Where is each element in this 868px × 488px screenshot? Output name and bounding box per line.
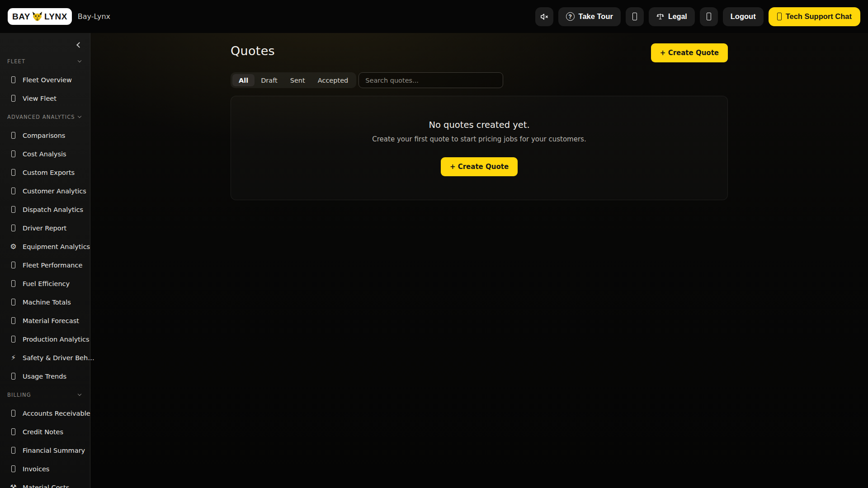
sidebar-item-icon-wrap: [10, 225, 17, 231]
take-tour-button[interactable]: ? Take Tour: [558, 7, 621, 26]
tech-support-chat-button[interactable]: Tech Support Chat: [769, 7, 860, 26]
placeholder-box-icon: [777, 13, 782, 20]
tab-all[interactable]: All: [232, 74, 255, 86]
header-panel-button-1[interactable]: [626, 7, 644, 26]
tab-draft[interactable]: Draft: [255, 74, 284, 86]
empty-state-create-quote-button[interactable]: + Create Quote: [441, 157, 518, 176]
placeholder-box-icon: [11, 206, 15, 213]
chevron-down-icon: [78, 59, 81, 62]
sidebar-section-fleet[interactable]: FLEET: [0, 52, 90, 70]
sidebar-collapse-button[interactable]: [73, 39, 84, 50]
search-input[interactable]: [359, 72, 503, 88]
create-quote-button[interactable]: + Create Quote: [651, 43, 728, 62]
sidebar-item-icon-wrap: [10, 95, 17, 102]
sidebar-item-label: Customer Analytics: [23, 188, 86, 195]
sidebar-item-label: Credit Notes: [23, 428, 63, 436]
sidebar-item-icon-wrap: [10, 336, 17, 343]
sidebar-item-fuel-efficiency[interactable]: Fuel Efficiency: [0, 274, 90, 293]
tab-accepted[interactable]: Accepted: [311, 74, 355, 86]
sidebar-item-safety-driver-beh[interactable]: ⚡Safety & Driver Beh…: [0, 348, 90, 367]
placeholder-box-icon: [11, 169, 15, 176]
sidebar-item-production-analytics[interactable]: Production Analytics: [0, 330, 90, 348]
sidebar-item-icon-wrap: ⚡: [10, 354, 17, 361]
sidebar-item-label: Fuel Efficiency: [23, 280, 70, 287]
sidebar-item-label: Driver Report: [23, 225, 66, 232]
bay-lynx-logo[interactable]: BAY LYNX: [8, 8, 72, 25]
sidebar-item-customer-analytics[interactable]: Customer Analytics: [0, 182, 90, 200]
legal-button[interactable]: Legal: [649, 7, 695, 26]
sidebar-item-financial-summary[interactable]: Financial Summary: [0, 441, 90, 460]
sidebar-item-driver-report[interactable]: Driver Report: [0, 219, 90, 237]
logo-text-lynx: LYNX: [44, 12, 67, 22]
sidebar-item-icon-wrap: [10, 447, 17, 454]
sidebar-item-label: Usage Trends: [23, 373, 66, 380]
mute-button[interactable]: [535, 7, 553, 26]
tab-sent[interactable]: Sent: [284, 74, 311, 86]
header-actions: ? Take Tour Legal Logout: [535, 7, 860, 26]
lynx-head-icon: [32, 11, 43, 22]
chevron-left-icon: [76, 42, 82, 48]
placeholder-box-icon: [11, 373, 15, 380]
header-panel-button-2[interactable]: [700, 7, 718, 26]
sidebar-item-icon-wrap: [10, 188, 17, 194]
app-name: Bay-Lynx: [78, 12, 110, 21]
sidebar-item-icon-wrap: [10, 410, 17, 417]
sidebar-item-usage-trends[interactable]: Usage Trends: [0, 367, 90, 385]
logout-label: Logout: [731, 12, 756, 21]
empty-state-subtitle: Create your first quote to start pricing…: [372, 135, 586, 143]
sidebar-item-icon-wrap: [10, 373, 17, 380]
chevron-down-icon: [78, 114, 81, 118]
placeholder-box-icon: [11, 188, 15, 194]
sidebar-item-label: Production Analytics: [23, 336, 90, 343]
mute-icon: [540, 12, 549, 21]
sidebar-item-label: Fleet Performance: [23, 262, 82, 269]
placeholder-box-icon: [11, 299, 15, 305]
placeholder-box-icon: [11, 95, 15, 102]
sidebar-item-label: View Fleet: [23, 95, 57, 102]
sidebar-item-accounts-receivable[interactable]: Accounts Receivable: [0, 404, 90, 422]
placeholder-box-icon: [11, 447, 15, 454]
legal-label: Legal: [668, 13, 687, 21]
sidebar-item-icon-wrap: [10, 299, 17, 305]
sidebar-item-fleet-overview[interactable]: Fleet Overview: [0, 70, 90, 89]
placeholder-box-icon: [11, 317, 15, 324]
placeholder-box-icon: [11, 336, 15, 343]
logout-button[interactable]: Logout: [723, 7, 764, 26]
question-circle-icon: ?: [566, 12, 575, 21]
sidebar-section-billing[interactable]: BILLING: [0, 385, 90, 404]
sidebar-item-invoices[interactable]: Invoices: [0, 460, 90, 478]
sidebar-section-label: FLEET: [7, 58, 25, 65]
sidebar-item-material-forecast[interactable]: Material Forecast: [0, 311, 90, 330]
sidebar-item-icon-wrap: [10, 465, 17, 472]
main-area: Quotes + Create Quote AllDraftSentAccept…: [90, 33, 868, 488]
chevron-down-icon: [78, 392, 81, 396]
sidebar-item-equipment-analytics[interactable]: ⚙Equipment Analytics: [0, 237, 90, 256]
sidebar-item-label: Fleet Overview: [23, 76, 72, 84]
quotes-tabs: AllDraftSentAccepted: [231, 72, 356, 88]
sidebar-item-comparisons[interactable]: Comparisons: [0, 126, 90, 145]
sidebar-section-advanced-analytics[interactable]: ADVANCED ANALYTICS: [0, 108, 90, 126]
placeholder-box-icon: [11, 132, 15, 139]
sidebar-nav: FLEETFleet OverviewView FleetADVANCED AN…: [0, 33, 90, 488]
sidebar-item-view-fleet[interactable]: View Fleet: [0, 89, 90, 108]
sidebar-section-label: ADVANCED ANALYTICS: [7, 114, 75, 120]
sidebar-item-custom-exports[interactable]: Custom Exports: [0, 163, 90, 182]
sidebar-item-machine-totals[interactable]: Machine Totals: [0, 293, 90, 311]
sidebar-item-credit-notes[interactable]: Credit Notes: [0, 422, 90, 441]
sidebar-item-label: Invoices: [23, 465, 49, 473]
placeholder-box-icon: [11, 280, 15, 287]
placeholder-box-icon: [632, 13, 637, 20]
sidebar-item-label: Dispatch Analytics: [23, 206, 83, 213]
placeholder-box-icon: [11, 465, 15, 472]
placeholder-box-icon: [707, 13, 711, 20]
sidebar-item-label: Machine Totals: [23, 299, 71, 306]
sidebar-item-icon-wrap: [10, 150, 17, 157]
placeholder-box-icon: [11, 225, 15, 231]
sidebar-item-fleet-performance[interactable]: Fleet Performance: [0, 256, 90, 274]
sidebar-item-label: Cost Analysis: [23, 150, 66, 158]
sidebar-item-cost-analysis[interactable]: Cost Analysis: [0, 145, 90, 163]
sidebar-item-dispatch-analytics[interactable]: Dispatch Analytics: [0, 200, 90, 219]
sidebar-item-icon-wrap: ⚒: [10, 484, 17, 488]
sidebar-item-icon-wrap: [10, 280, 17, 287]
sidebar-item-material-costs[interactable]: ⚒Material Costs: [0, 478, 90, 488]
